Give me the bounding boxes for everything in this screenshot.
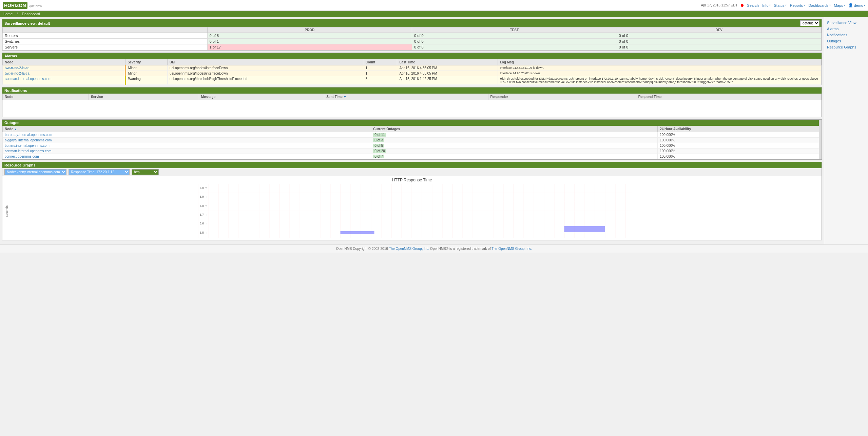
notifications-panel: Notifications Node Service Message Sent … (2, 87, 822, 117)
alarms-header-row: Node Severity UEI Count Last Time Log Ms… (3, 59, 822, 65)
outage-avail: 100.000% (658, 138, 822, 143)
surveillance-table: PROD TEST DEV Routers 0 of 8 0 of 0 0 of… (2, 27, 822, 50)
resource-graphs-panel: Resource Graphs Node: kenny.internal.ope… (2, 162, 822, 240)
nav-dashboard[interactable]: Dashboard (22, 12, 40, 16)
alarms-col-severity: Severity (126, 59, 168, 65)
alarm-logmsg: Interface 24.93.73.62 is down. (498, 71, 821, 76)
info-dropdown[interactable]: Info ▾ (762, 3, 770, 7)
reports-caret: ▾ (804, 4, 805, 7)
y-axis-label: Seconds (4, 184, 10, 239)
reports-dropdown[interactable]: Reports ▾ (790, 3, 805, 7)
notif-col-respondtime: Respond Time (636, 94, 821, 100)
dashboards-dropdown[interactable]: Dashboards ▾ (808, 3, 830, 7)
outage-node: barbrady.internal.opennms.com (3, 132, 371, 138)
outage-row: cartman.internal.opennms.com 0 of 20 100… (3, 148, 822, 154)
footer: OpenNMS Copyright © 2002-2016 The OpenNM… (0, 244, 868, 253)
sidebar-link-alarms[interactable]: Alarms (826, 26, 867, 32)
notif-col-node: Node (3, 94, 89, 100)
sort-icon: ▼ (344, 95, 347, 99)
outage-col-avail: 24 Hour Availability (658, 126, 822, 132)
surv-col-prod: PROD (207, 27, 412, 33)
top-bar: HORIZON openNMS Apr 17, 2016 11:57 EDT S… (0, 0, 868, 11)
alarm-lasttime: Apr 15, 2016 1:42:25 PM (397, 76, 498, 85)
surv-test-count: 0 of 0 (412, 39, 617, 44)
logo-subtitle: openNMS (29, 4, 42, 7)
svg-text:5.6 m: 5.6 m (200, 222, 208, 225)
alarm-row: twc-rr-nc-2-la-ca Minor uei.opennms.org/… (3, 65, 822, 71)
datetime: Apr 17, 2016 11:57 EDT (701, 3, 737, 7)
outage-current: 0 of 20 (371, 148, 658, 154)
outage-current: 0 of 5 (371, 143, 658, 148)
surveillance-panel: Surveillance view: default default PROD … (2, 19, 822, 51)
footer-link1[interactable]: The OpenNMS Group, Inc. (389, 247, 429, 251)
footer-text1: OpenNMS Copyright © 2002-2016 (336, 247, 388, 251)
alarm-severity: Minor (126, 71, 168, 76)
outage-current: 0 of 3 (371, 138, 658, 143)
alarm-uei: uei.opennms.org/nodes/interfaceDown (168, 71, 363, 76)
outage-node: butters.internal.opennms.com (3, 143, 371, 148)
outage-node: connect.opennms.com (3, 154, 371, 159)
outages-header-row: Node ▲ Current Outages 24 Hour Availabil… (3, 126, 822, 132)
search-link[interactable]: Search (747, 3, 759, 7)
sidebar-link-resource-graphs[interactable]: Resource Graphs (826, 44, 867, 50)
maps-dropdown[interactable]: Maps ▾ (834, 3, 845, 7)
main-layout: Surveillance view: default default PROD … (0, 17, 868, 244)
surv-col-dev: DEV (617, 27, 822, 33)
surv-dev-count: 0 of 0 (617, 33, 822, 39)
sidebar-link-notifications[interactable]: Notifications (826, 32, 867, 38)
scroll-bar[interactable] (819, 120, 822, 159)
alarm-lasttime: Apr 16, 2016 4:35:05 PM (397, 71, 498, 76)
surveillance-body: PROD TEST DEV Routers 0 of 8 0 of 0 0 of… (2, 27, 822, 50)
alarm-severity: Minor (126, 65, 168, 71)
alarms-body: Node Severity UEI Count Last Time Log Ms… (2, 59, 822, 85)
logo-icon: HORIZON (3, 2, 27, 9)
maps-caret: ▾ (844, 4, 845, 7)
surv-node-name: Switches (3, 39, 208, 44)
outage-current: 0 of 7 (371, 154, 658, 159)
response-select[interactable]: Response Time: 172.20.1.12 (69, 169, 130, 175)
alarm-logmsg: Interface 24.43.181.105 is down. (498, 65, 821, 71)
alarms-col-logmsg: Log Msg (498, 59, 821, 65)
nav-home[interactable]: Home (3, 12, 13, 16)
status-indicator (741, 4, 744, 7)
sidebar-link-outages[interactable]: Outages (826, 38, 867, 44)
surv-node-name: Routers (3, 33, 208, 39)
svg-text:5.8 m: 5.8 m (200, 204, 208, 207)
status-dropdown[interactable]: Status ▾ (774, 3, 787, 7)
node-select[interactable]: Node: kenny.internal.opennms.com (4, 169, 66, 175)
outages-table: Node ▲ Current Outages 24 Hour Availabil… (2, 126, 822, 159)
dashboards-caret: ▾ (829, 4, 831, 7)
content-area: Surveillance view: default default PROD … (0, 17, 824, 244)
svg-rect-8 (564, 226, 605, 232)
user-dropdown[interactable]: 👤 demo ▾ (848, 3, 865, 7)
protocol-select[interactable]: http (132, 169, 159, 175)
alarm-row: cartman.internal.opennms.com Warning uei… (3, 76, 822, 85)
surveillance-row: Servers 1 of 17 0 of 0 0 of 0 (3, 44, 822, 50)
outage-avail: 100.000% (658, 154, 822, 159)
alarms-col-node: Node (3, 59, 126, 65)
outage-col-current: Current Outages (371, 126, 658, 132)
resource-graphs-title: Resource Graphs (4, 163, 36, 167)
notif-col-service: Service (89, 94, 199, 100)
footer-link2[interactable]: The OpenNMS Group, Inc. (491, 247, 532, 251)
surv-node-name: Servers (3, 44, 208, 50)
sidebar-link-surveillance[interactable]: Surveillance View (826, 20, 867, 26)
surv-col-default (3, 27, 208, 33)
outage-avail: 100.000% (658, 143, 822, 148)
nav-separator: / (17, 12, 18, 16)
notifications-title: Notifications (4, 88, 27, 93)
surv-prod-count: 1 of 17 (207, 44, 412, 50)
alarm-count: 1 (363, 71, 397, 76)
alarms-col-count: Count (363, 59, 397, 65)
notifications-empty-row (3, 100, 822, 117)
outages-header: Outages (2, 120, 822, 126)
alarms-table: Node Severity UEI Count Last Time Log Ms… (2, 59, 822, 85)
notifications-header: Notifications (2, 87, 822, 94)
alarms-title: Alarms (4, 54, 17, 58)
nav-bar: Home / Dashboard (0, 11, 868, 17)
top-bar-right: Apr 17, 2016 11:57 EDT Search Info ▾ Sta… (701, 3, 865, 7)
surveillance-default-select[interactable]: default (800, 20, 819, 26)
notif-col-senttime: Sent Time ▼ (324, 94, 488, 100)
outage-row: connect.opennms.com 0 of 7 100.000% (3, 154, 822, 159)
user-icon: 👤 (848, 3, 853, 7)
